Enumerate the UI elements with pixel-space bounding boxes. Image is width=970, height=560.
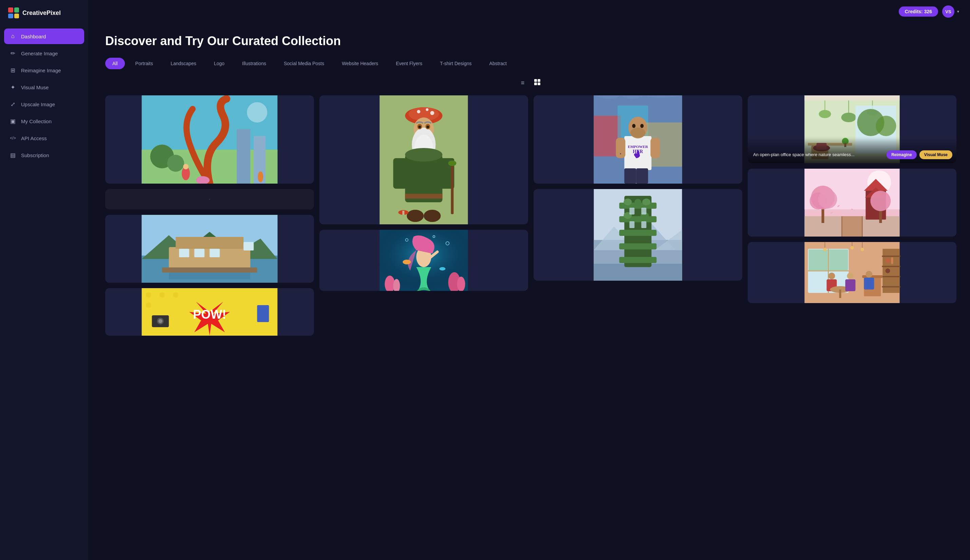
svg-rect-28 [169, 273, 250, 279]
subscription-icon: ▤ [10, 152, 16, 158]
sidebar-item-generate-image[interactable]: ✏ Generate Image [4, 45, 84, 61]
svg-point-111 [642, 198, 651, 205]
svg-point-169 [885, 258, 890, 263]
svg-point-44 [417, 110, 420, 113]
svg-point-6 [247, 102, 267, 123]
filter-tab-event-flyers[interactable]: Event Flyers [388, 58, 429, 69]
svg-rect-56 [393, 158, 407, 189]
image-card-fantasy-playground[interactable] [105, 95, 314, 183]
avatar[interactable]: VS [942, 5, 954, 18]
dashboard-icon: ⌂ [10, 33, 16, 40]
logo-cell-blue [8, 13, 13, 19]
svg-point-153 [870, 191, 891, 211]
image-card-office-nature[interactable]: An open-plan office space where nature s… [748, 95, 957, 163]
sidebar-item-visual-muse[interactable]: ✦ Visual Muse [4, 79, 84, 95]
list-view-button[interactable]: ≡ [518, 77, 527, 88]
svg-point-32 [173, 292, 178, 298]
svg-point-174 [828, 273, 835, 279]
svg-rect-181 [864, 278, 874, 290]
svg-point-110 [635, 199, 642, 205]
svg-point-130 [876, 116, 897, 136]
chevron-down-icon[interactable]: ▾ [957, 9, 959, 14]
svg-rect-94 [637, 168, 648, 183]
svg-rect-27 [162, 267, 257, 273]
grid-column-3: EMPOWER HER ✦ [533, 95, 742, 281]
image-card-green-tower[interactable] [533, 189, 742, 281]
svg-rect-23 [179, 249, 189, 257]
svg-rect-177 [839, 290, 842, 298]
filter-tab-illustrations[interactable]: Illustrations [235, 58, 273, 69]
filter-tab-landscapes[interactable]: Landscapes [163, 58, 203, 69]
svg-rect-2 [534, 82, 537, 85]
view-controls: ≡ [105, 77, 957, 88]
svg-rect-120 [805, 95, 900, 100]
filter-tab-abstract[interactable]: Abstract [482, 58, 514, 69]
svg-point-183 [823, 248, 827, 251]
filter-tab-logo[interactable]: Logo [207, 58, 232, 69]
image-card-empower-tshirt[interactable]: EMPOWER HER ✦ [533, 95, 742, 183]
svg-point-62 [424, 210, 441, 222]
filter-tab-website-headers[interactable]: Website Headers [335, 58, 385, 69]
sidebar-item-subscription[interactable]: ▤ Subscription [4, 147, 84, 163]
visual-muse-icon: ✦ [10, 84, 16, 91]
sidebar-item-dashboard[interactable]: ⌂ Dashboard [4, 28, 84, 44]
svg-point-187 [861, 248, 864, 251]
filter-tab-all[interactable]: All [105, 58, 125, 69]
list-view-icon: ≡ [521, 79, 525, 86]
sidebar-label-upscale: Upscale Image [21, 102, 55, 107]
visual-muse-button[interactable]: Visual Muse [920, 150, 952, 159]
image-card-loading[interactable]: ▪ [105, 189, 314, 209]
svg-rect-117 [642, 221, 647, 228]
filter-tab-portraits[interactable]: Portraits [128, 58, 160, 69]
svg-text:✦: ✦ [619, 152, 622, 155]
svg-text:EMPOWER: EMPOWER [628, 145, 648, 149]
sidebar-label-visual-muse: Visual Muse [21, 85, 48, 90]
svg-point-180 [866, 271, 873, 278]
svg-rect-60 [405, 194, 443, 198]
filter-tab-social-media[interactable]: Social Media Posts [277, 58, 331, 69]
sidebar-item-my-collection[interactable]: ▣ My Collection [4, 113, 84, 129]
svg-rect-3 [538, 82, 540, 85]
sidebar-item-api-access[interactable]: </> API Access [4, 130, 84, 146]
grid-view-button[interactable] [531, 77, 543, 88]
svg-point-10 [167, 155, 184, 172]
svg-point-85 [631, 128, 645, 138]
svg-point-46 [430, 111, 435, 115]
svg-rect-22 [176, 237, 244, 249]
svg-rect-115 [642, 208, 647, 215]
image-card-mermaid[interactable] [319, 230, 528, 291]
image-card-houseboat[interactable] [105, 215, 314, 283]
svg-rect-107 [619, 243, 657, 250]
svg-point-171 [885, 268, 890, 273]
credits-badge[interactable]: Credits: 326 [899, 7, 938, 17]
svg-rect-93 [625, 168, 637, 183]
reimagine-button[interactable]: Reimagine [887, 150, 917, 159]
sidebar-item-upscale-image[interactable]: ⤢ Upscale Image [4, 97, 84, 112]
image-card-cafe[interactable] [748, 242, 957, 303]
svg-rect-142 [842, 216, 862, 237]
logo-cell-red [8, 7, 13, 13]
svg-point-30 [146, 292, 152, 298]
svg-point-77 [440, 267, 446, 270]
svg-rect-1 [538, 79, 540, 82]
sidebar-label-generate: Generate Image [21, 50, 58, 56]
svg-rect-170 [891, 257, 893, 264]
svg-point-12 [183, 164, 189, 169]
filter-tab-tshirt[interactable]: T-shirt Designs [433, 58, 478, 69]
svg-rect-167 [882, 276, 900, 277]
svg-rect-64 [403, 211, 405, 215]
sidebar-item-reimagine-image[interactable]: ⊞ Reimagine Image [4, 62, 84, 78]
svg-rect-173 [862, 275, 883, 278]
api-icon: </> [10, 135, 16, 142]
logo-icon [8, 7, 19, 18]
image-card-mushroom-wizard[interactable] [319, 95, 528, 224]
svg-rect-165 [882, 255, 900, 257]
svg-rect-26 [244, 242, 254, 250]
reimagine-icon: ⊞ [10, 67, 16, 73]
svg-point-52 [418, 125, 421, 128]
generate-icon: ✏ [10, 50, 16, 57]
image-card-comic-pow[interactable]: POW! [105, 288, 314, 336]
image-card-cherry-blossom[interactable] [748, 169, 957, 237]
svg-point-109 [624, 198, 632, 205]
svg-rect-39 [257, 305, 269, 322]
